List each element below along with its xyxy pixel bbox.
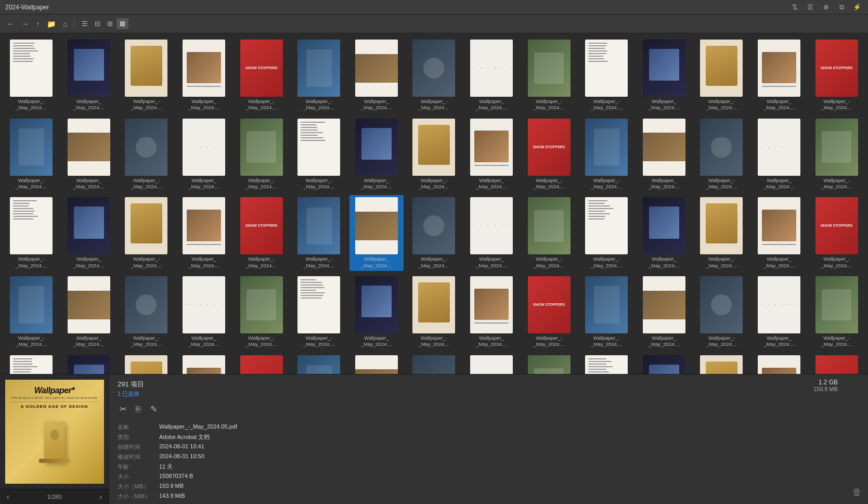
thumbnail-item[interactable]: SHOW STOPPERSWallpaper_-_May_2024.... [522,117,576,192]
thumbnail-item[interactable]: Wallpaper_-_May_2024.... [579,117,634,192]
thumbnail-item[interactable]: Wallpaper__May_2024.... [637,274,692,350]
thumbnail-item[interactable]: Wallpaper__May_2024.... [349,195,404,271]
thumbnail-item[interactable]: Wallpaper_-_May_2024.... [292,195,346,271]
thumbnail-image: SHOW STOPPERS [815,40,858,97]
thumbnail-item[interactable]: Wallpaper__May_2024.... [637,195,692,271]
thumbnail-label: Wallpaper_-_May_2024.... [303,98,334,111]
thumbnail-item[interactable]: SHOW STOPPERSWallpaper_-_May_2024.... [809,353,864,374]
thumbnail-item[interactable]: Wallpaper_-_May_2024.... [119,195,174,271]
thumbnail-item[interactable]: Wallpaper_-_May_2024.... [809,117,864,192]
thumbnail-item[interactable]: Wallpaper_-_May_2024.... [579,274,634,350]
thumbnail-item[interactable]: Wallpaper_-_May_2024.... [522,195,576,271]
thumbnail-item[interactable]: Wallpaper_-_May_2024.... [579,195,634,271]
thumbnail-item[interactable]: Wallpaper__May_2024.... [62,195,116,271]
thumbnail-item[interactable]: Wallpaper_-_May_2024.... [407,117,461,192]
thumbnail-item[interactable]: Wallpaper_-_May_2024.... [4,274,59,350]
copy-button[interactable]: ⎘ [134,402,143,416]
thumbnail-item[interactable]: Wallpaper_-_May_2024.... [4,37,59,113]
breadcrumb-up-button[interactable]: ⌂ [60,18,70,30]
thumbnail-item[interactable]: Wallpaper__May_2024.... [637,37,692,113]
thumbnail-item[interactable]: Wallpaper_-_May_2024.... [119,37,174,113]
thumbnail-item[interactable]: Wallpaper__May_2024.... [177,195,231,271]
thumbnail-item[interactable]: Wallpaper_-_May_2024.... [694,37,749,113]
thumbnail-item[interactable]: Wallpaper__May_2024.... [464,37,519,113]
thumbnail-item[interactable]: Wallpaper__May_2024.... [752,37,807,113]
thumbnail-item[interactable]: Wallpaper__May_2024.... [637,117,692,192]
thumbnail-item[interactable]: Wallpaper_-_May_2024.... [292,353,346,374]
titlebar-list-btn[interactable]: ☰ [805,2,816,13]
thumbnail-item[interactable]: Wallpaper__May_2024.... [349,117,404,192]
thumbnail-item[interactable]: Wallpaper__May_2024.... [637,353,692,374]
thumbnail-item[interactable]: Wallpaper__May_2024.... [62,117,116,192]
thumbnail-item[interactable]: Wallpaper_-_May_2024.... [407,37,461,113]
thumbnail-image [585,276,628,333]
thumbnail-item[interactable]: Wallpaper__May_2024.... [62,274,116,350]
thumbnail-item[interactable]: Wallpaper__May_2024.... [349,274,404,350]
cut-button[interactable]: ✂ [118,402,128,416]
preview-prev-button[interactable]: ‹ [4,492,12,502]
thumbnail-item[interactable]: Wallpaper_-_May_2024.... [522,37,576,113]
thumbnail-item[interactable]: Wallpaper_-_May_2024.... [119,117,174,192]
thumbnail-item[interactable]: Wallpaper__May_2024.... [177,274,231,350]
thumbnail-item[interactable]: Wallpaper__May_2024.... [62,37,116,113]
thumbnail-item[interactable]: Wallpaper__May_2024.... [464,353,519,374]
thumbnail-item[interactable]: Wallpaper__May_2024.... [752,195,807,271]
rename-button[interactable]: ✎ [148,402,159,416]
titlebar-copy-btn[interactable]: ⧉ [836,2,847,13]
thumbnail-item[interactable]: Wallpaper__May_2024.... [62,353,116,374]
view-thumbnail-button[interactable]: ⊠ [116,18,128,29]
thumbnail-item[interactable]: Wallpaper_-_May_2024.... [119,274,174,350]
thumbnail-item[interactable]: SHOW STOPPERSWallpaper_-_May_2024.... [234,353,289,374]
preview-next-button[interactable]: › [97,492,105,502]
thumbnail-item[interactable]: Wallpaper_-_May_2024.... [292,37,346,113]
content-area[interactable]: Wallpaper_-_May_2024....Wallpaper__May_2… [0,33,868,374]
thumbnail-item[interactable]: Wallpaper_-_May_2024.... [809,274,864,350]
thumbnail-item[interactable]: Wallpaper__May_2024.... [752,274,807,350]
thumbnail-item[interactable]: Wallpaper_-_May_2024.... [579,37,634,113]
thumbnail-item[interactable]: Wallpaper__May_2024.... [464,274,519,350]
titlebar-sort-btn[interactable]: ⇅ [789,2,800,13]
thumbnail-item[interactable]: Wallpaper__May_2024.... [177,353,231,374]
thumbnail-item[interactable]: Wallpaper_-_May_2024.... [694,353,749,374]
thumbnail-item[interactable]: Wallpaper__May_2024.... [752,353,807,374]
thumbnail-item[interactable]: Wallpaper__May_2024.... [349,37,404,113]
thumbnail-item[interactable]: Wallpaper_-_May_2024.... [407,353,461,374]
thumbnail-item[interactable]: Wallpaper_-_May_2024.... [522,353,576,374]
view-list-button[interactable]: ☰ [79,18,91,29]
thumbnail-item[interactable]: SHOW STOPPERSWallpaper_-_May_2024.... [809,195,864,271]
thumbnail-label: Wallpaper_-_May_2024.... [418,177,449,190]
titlebar-flash-btn[interactable]: ⚡ [851,2,863,13]
titlebar-add-btn[interactable]: ⊕ [820,2,832,13]
thumbnail-item[interactable]: Wallpaper_-_May_2024.... [694,195,749,271]
thumbnail-item[interactable]: Wallpaper_-_May_2024.... [579,353,634,374]
thumbnail-item[interactable]: Wallpaper_-_May_2024.... [119,353,174,374]
view-details-button[interactable]: ⊞ [104,18,116,29]
thumbnail-item[interactable]: Wallpaper_-_May_2024.... [407,195,461,271]
thumbnail-item[interactable]: Wallpaper_-_May_2024.... [292,117,346,192]
thumbnail-item[interactable]: SHOW STOPPERSWallpaper_-_May_2024.... [234,195,289,271]
thumbnail-item[interactable]: Wallpaper_-_May_2024.... [694,117,749,192]
thumbnail-item[interactable]: Wallpaper__May_2024.... [177,117,231,192]
thumbnail-item[interactable]: SHOW STOPPERSWallpaper_-_May_2024.... [234,37,289,113]
thumbnail-item[interactable]: SHOW STOPPERSWallpaper_-_May_2024.... [522,274,576,350]
back-button[interactable]: ← [4,18,17,30]
thumbnail-item[interactable]: SHOW STOPPERSWallpaper_-_May_2024.... [809,37,864,113]
delete-button[interactable]: 🗑 [850,485,864,500]
folder-button[interactable]: 📁 [44,18,58,30]
thumbnail-item[interactable]: Wallpaper_-_May_2024.... [234,274,289,350]
thumbnail-item[interactable]: Wallpaper__May_2024.... [464,195,519,271]
thumbnail-item[interactable]: Wallpaper_-_May_2024.... [4,195,59,271]
thumbnail-item[interactable]: Wallpaper__May_2024.... [752,117,807,192]
thumbnail-item[interactable]: Wallpaper_-_May_2024.... [4,117,59,192]
thumbnail-item[interactable]: Wallpaper__May_2024.... [177,37,231,113]
thumbnail-item[interactable]: Wallpaper__May_2024.... [349,353,404,374]
thumbnail-item[interactable]: Wallpaper_-_May_2024.... [4,353,59,374]
view-compact-button[interactable]: ⊟ [92,18,103,29]
thumbnail-item[interactable]: Wallpaper_-_May_2024.... [407,274,461,350]
thumbnail-item[interactable]: Wallpaper_-_May_2024.... [694,274,749,350]
thumbnail-item[interactable]: Wallpaper_-_May_2024.... [234,117,289,192]
thumbnail-item[interactable]: Wallpaper__May_2024.... [464,117,519,192]
up-button[interactable]: ↑ [33,18,42,30]
forward-button[interactable]: → [19,18,31,30]
thumbnail-item[interactable]: Wallpaper_-_May_2024.... [292,274,346,350]
